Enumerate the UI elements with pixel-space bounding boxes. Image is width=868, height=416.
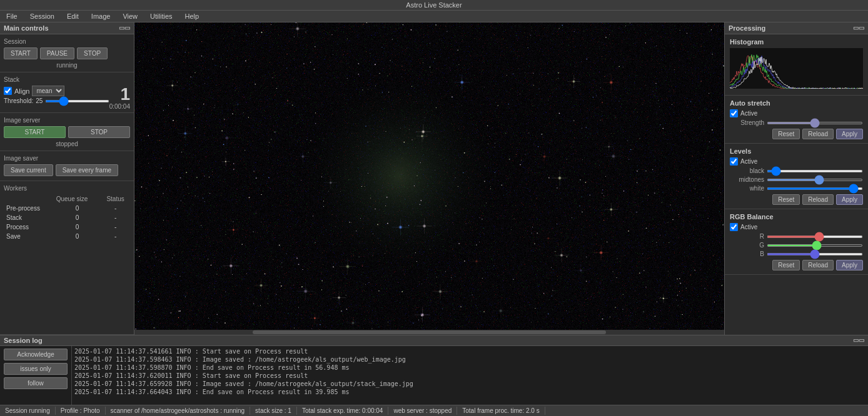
worker-save-status: -	[101, 232, 130, 241]
log-entry: 2025-01-07 11:14:37.598870 INFO : End sa…	[74, 364, 865, 372]
menu-image[interactable]: Image	[89, 12, 113, 21]
levels-reset-button[interactable]: Reset	[772, 194, 800, 205]
status-stack-size: stack size : 1	[250, 407, 297, 415]
strength-label: Strength	[730, 119, 764, 126]
stack-section: Stack Align mean Threshold: 25	[0, 72, 134, 113]
workers-section: Workers Queue size Status Pre-process 0 …	[0, 181, 134, 335]
workers-col-queue: Queue size	[54, 194, 101, 204]
levels-apply-button[interactable]: Apply	[836, 194, 863, 205]
session-stop-button[interactable]: STOP	[77, 47, 108, 59]
menu-utilities[interactable]: Utilities	[148, 12, 174, 21]
menubar: File Session Edit Image View Utilities H…	[0, 11, 868, 22]
table-row: Stack 0 -	[4, 213, 130, 222]
rgb-reload-button[interactable]: Reload	[802, 260, 834, 270]
status-session-running: Session running	[0, 407, 56, 415]
image-saver-label: Image saver	[4, 155, 130, 162]
session-label: Session	[4, 38, 130, 45]
image-viewer[interactable]	[134, 22, 724, 330]
auto-stretch-reset-button[interactable]: Reset	[772, 129, 800, 139]
menu-file[interactable]: File	[4, 12, 20, 21]
session-log: Session log ▭▭ Acknowledge issues only f…	[0, 335, 868, 405]
status-total-stack-exp: Total stack exp. time: 0:00:04	[297, 407, 389, 415]
workers-label: Workers	[4, 185, 130, 192]
levels-section: Levels Active black midtones white Reset…	[725, 144, 868, 209]
midtones-label: midtones	[730, 176, 764, 183]
processing-title: Processing	[729, 24, 765, 32]
worker-save-name: Save	[4, 232, 54, 241]
issues-only-button[interactable]: issues only	[4, 363, 68, 375]
menu-view[interactable]: View	[120, 12, 140, 21]
b-label: B	[730, 250, 764, 257]
log-collapse[interactable]: ▭▭	[853, 337, 864, 344]
midtones-slider[interactable]	[767, 179, 863, 181]
white-slider[interactable]	[767, 187, 863, 190]
log-text: 2025-01-07 11:14:37.541661 INFO : Start …	[72, 346, 868, 405]
log-header: Session log ▭▭	[0, 335, 868, 346]
worker-stack-status: -	[101, 213, 130, 222]
auto-stretch-active-checkbox[interactable]	[730, 109, 738, 117]
log-entry: 2025-01-07 11:14:37.664043 INFO : End sa…	[74, 388, 865, 396]
log-content: Acknowledge issues only follow 2025-01-0…	[0, 346, 868, 405]
stack-label: Stack	[4, 76, 130, 83]
image-server-section: Image server START STOP stopped	[0, 113, 134, 151]
save-every-frame-button[interactable]: Save every frame	[56, 164, 118, 176]
session-section: Session START PAUSE STOP running	[0, 34, 134, 72]
align-checkbox[interactable]	[4, 87, 12, 95]
image-saver-section: Image saver Save current Save every fram…	[0, 151, 134, 181]
threshold-slider[interactable]	[45, 100, 109, 102]
follow-button[interactable]: follow	[4, 377, 68, 389]
worker-process-queue: 0	[54, 222, 101, 232]
image-server-status: stopped	[4, 140, 130, 148]
menu-session[interactable]: Session	[28, 12, 57, 21]
image-server-label: Image server	[4, 117, 130, 124]
processing-collapse[interactable]: ▭▭	[853, 24, 864, 32]
app-title: Astro Live Stacker	[406, 1, 462, 9]
menu-edit[interactable]: Edit	[64, 12, 81, 21]
rgb-reset-button[interactable]: Reset	[772, 260, 800, 270]
image-server-stop-button[interactable]: STOP	[68, 126, 130, 138]
processing-panel: Processing ▭▭ Histogram Auto stretch Act…	[724, 22, 868, 335]
rgb-balance-active-checkbox[interactable]	[730, 223, 738, 231]
main-controls-title: Main controls	[4, 24, 49, 32]
black-slider[interactable]	[767, 170, 863, 172]
image-server-start-button[interactable]: START	[4, 126, 66, 138]
log-buttons: Acknowledge issues only follow	[0, 346, 72, 405]
black-label: black	[730, 167, 764, 174]
auto-stretch-reload-button[interactable]: Reload	[802, 129, 834, 139]
log-entry: 2025-01-07 11:14:37.598463 INFO : Image …	[74, 355, 865, 364]
log-title: Session log	[4, 337, 43, 344]
stack-mode-select[interactable]: mean	[32, 86, 64, 96]
worker-preprocess-name: Pre-process	[4, 204, 54, 213]
session-start-button[interactable]: START	[4, 47, 38, 59]
white-label: white	[730, 185, 764, 192]
log-entry: 2025-01-07 11:14:37.541661 INFO : Start …	[74, 347, 865, 355]
worker-process-status: -	[101, 222, 130, 232]
levels-label: Levels	[730, 147, 863, 155]
worker-stack-name: Stack	[4, 213, 54, 222]
log-entry: 2025-01-07 11:14:37.620011 INFO : Start …	[74, 372, 865, 380]
workers-col-status: Status	[101, 194, 130, 204]
main-controls-collapse[interactable]: ▭▭	[119, 24, 130, 32]
g-label: G	[730, 242, 764, 249]
rgb-apply-button[interactable]: Apply	[836, 260, 863, 270]
menu-help[interactable]: Help	[183, 12, 202, 21]
horizontal-scrollbar[interactable]	[134, 330, 724, 335]
save-current-button[interactable]: Save current	[4, 164, 53, 176]
rgb-balance-label: RGB Balance	[730, 213, 863, 220]
g-slider[interactable]	[767, 244, 863, 247]
levels-active-checkbox[interactable]	[730, 157, 738, 166]
image-viewer-panel	[134, 22, 724, 335]
auto-stretch-apply-button[interactable]: Apply	[836, 129, 863, 139]
b-slider[interactable]	[767, 253, 863, 255]
worker-preprocess-queue: 0	[54, 204, 101, 213]
strength-slider[interactable]	[767, 122, 863, 124]
session-pause-button[interactable]: PAUSE	[40, 47, 74, 59]
rgb-balance-section: RGB Balance Active R G B Reset Reload Ap…	[725, 209, 868, 275]
stack-time: 0:00:04	[109, 103, 130, 110]
session-status: running	[4, 61, 130, 69]
stack-count: 1	[109, 86, 130, 103]
horizontal-scrollbar-thumb	[253, 330, 607, 334]
r-slider[interactable]	[767, 235, 863, 238]
levels-reload-button[interactable]: Reload	[802, 194, 834, 205]
acknowledge-button[interactable]: Acknowledge	[4, 349, 68, 360]
